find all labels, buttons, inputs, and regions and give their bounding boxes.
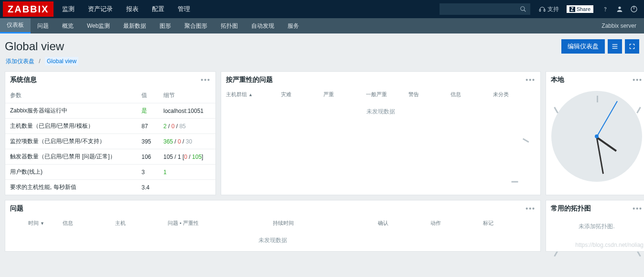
widget-menu-icon[interactable]: ••• bbox=[201, 76, 211, 84]
widget-menu-icon[interactable]: ••• bbox=[633, 76, 643, 84]
clock-center bbox=[595, 134, 599, 138]
page-title: Global view bbox=[5, 40, 64, 53]
detail-cell: 365 / 0 / 30 bbox=[159, 134, 215, 149]
value-cell: 395 bbox=[137, 134, 159, 149]
crumb-current[interactable]: Global view bbox=[45, 57, 78, 66]
table-row: 触发器数量（已启用/已禁用 [问题/正常]）106105 / 1 [0 / 10… bbox=[5, 149, 215, 165]
topnav-item[interactable]: 监测 bbox=[55, 0, 81, 18]
share-z-icon: Z bbox=[569, 7, 575, 12]
clock-second-hand bbox=[596, 101, 618, 137]
problems-nodata: 未发现数据 bbox=[5, 230, 540, 251]
problems-col[interactable]: 确认 bbox=[378, 220, 430, 227]
problems-col[interactable]: 主机 bbox=[115, 220, 168, 227]
svg-point-4 bbox=[605, 11, 606, 11]
widget-title: 问题 bbox=[10, 204, 23, 213]
problems-col[interactable]: 标记 bbox=[483, 220, 536, 227]
table-header[interactable]: 细节 bbox=[159, 88, 215, 103]
subnav-item[interactable]: 聚合图形 bbox=[178, 18, 214, 33]
subnav-item[interactable]: 服务 bbox=[281, 18, 306, 33]
topnav-item[interactable]: 配置 bbox=[145, 0, 171, 18]
analog-clock bbox=[551, 91, 642, 182]
table-header[interactable]: 参数 bbox=[5, 88, 137, 103]
severity-col[interactable]: 灾难 bbox=[281, 91, 323, 98]
value-cell: 87 bbox=[137, 119, 159, 134]
maps-empty-message: 未添加拓扑图. bbox=[546, 217, 644, 236]
problems-columns: 时间 ▼信息主机问题 • 严重性持续时间确认动作标记 bbox=[5, 217, 540, 230]
subnav-item[interactable]: 最新数据 bbox=[117, 18, 153, 33]
table-row: 要求的主机性能, 每秒新值3.4 bbox=[5, 180, 215, 195]
watermark-text: https://blog.csdn.net/noliag bbox=[575, 242, 644, 248]
dashboard-menu-icon[interactable] bbox=[608, 39, 622, 54]
problems-col[interactable]: 问题 • 严重性 bbox=[168, 220, 220, 227]
detail-cell: 2 / 0 / 85 bbox=[159, 119, 215, 134]
problems-col[interactable]: 持续时间 bbox=[273, 220, 325, 227]
problems-col[interactable] bbox=[220, 220, 273, 227]
share-button[interactable]: Z Share bbox=[567, 5, 593, 13]
severity-col[interactable]: 信息 bbox=[451, 91, 493, 98]
detail-cell: 105 / 1 [0 / 105] bbox=[159, 149, 215, 165]
severity-col[interactable]: 未分类 bbox=[493, 91, 536, 98]
detail-cell: localhost:10051 bbox=[159, 103, 215, 119]
widget-title: 按严重性的问题 bbox=[226, 76, 273, 84]
widget-title: 系统信息 bbox=[10, 76, 37, 84]
page-header: Global view 编辑仪表盘 bbox=[0, 33, 644, 57]
widget-system-info: 系统信息 ••• 参数值细节 Zabbix服务器端运行中是localhost:1… bbox=[5, 71, 216, 195]
problems-col[interactable]: 时间 ▼ bbox=[10, 220, 63, 227]
severity-col[interactable]: 严重 bbox=[323, 91, 366, 98]
topnav-item[interactable]: 报表 bbox=[119, 0, 145, 18]
sub-nav: 仪表板问题概览Web监测最新数据图形聚合图形拓扑图自动发现服务 Zabbix s… bbox=[0, 18, 644, 33]
crumb-add-dashboard[interactable]: 添加仪表盘 bbox=[6, 58, 34, 65]
subnav-item[interactable]: 问题 bbox=[31, 18, 55, 33]
detail-cell bbox=[159, 180, 215, 195]
param-cell: Zabbix服务器端运行中 bbox=[5, 103, 137, 119]
problems-col[interactable]: 动作 bbox=[430, 220, 483, 227]
search-icon[interactable] bbox=[520, 6, 526, 12]
top-nav: 监测资产记录报表配置管理 bbox=[55, 0, 197, 18]
severity-col[interactable]: 主机群组 ▲ bbox=[226, 91, 281, 98]
param-cell: 要求的主机性能, 每秒新值 bbox=[5, 180, 137, 195]
fullscreen-icon[interactable] bbox=[625, 39, 639, 54]
subnav-item[interactable]: 图形 bbox=[153, 18, 178, 33]
subnav-item[interactable]: 自动发现 bbox=[245, 18, 281, 33]
edit-dashboard-button[interactable]: 编辑仪表盘 bbox=[561, 39, 605, 54]
problems-col[interactable] bbox=[325, 220, 378, 227]
crumb-separator: / bbox=[39, 58, 40, 65]
severity-columns: 主机群组 ▲灾难严重一般严重警告信息未分类 bbox=[221, 88, 540, 101]
widget-menu-icon[interactable]: ••• bbox=[526, 76, 536, 84]
subnav-item[interactable]: Web监测 bbox=[80, 18, 117, 33]
user-icon[interactable] bbox=[612, 0, 627, 18]
severity-col[interactable]: 警告 bbox=[408, 91, 451, 98]
widget-menu-icon[interactable]: ••• bbox=[526, 205, 536, 212]
search-box[interactable] bbox=[440, 3, 530, 15]
support-link[interactable]: 支持 bbox=[536, 5, 562, 13]
widget-title: 常用的拓扑图 bbox=[551, 204, 591, 213]
param-cell: 触发器数量（已启用/已禁用 [问题/正常]） bbox=[5, 149, 137, 165]
value-cell: 3 bbox=[137, 165, 159, 180]
widget-maps: 常用的拓扑图 ••• 未添加拓扑图. https://blog.csdn.net… bbox=[546, 200, 644, 252]
subnav-item[interactable]: 仪表板 bbox=[0, 18, 31, 33]
severity-nodata: 未发现数据 bbox=[221, 101, 540, 122]
widget-severity: 按严重性的问题 ••• 主机群组 ▲灾难严重一般严重警告信息未分类 未发现数据 bbox=[221, 71, 541, 195]
table-header[interactable]: 值 bbox=[137, 88, 159, 103]
widget-clock: 本地 ••• bbox=[546, 71, 644, 195]
server-name[interactable]: Zabbix server bbox=[594, 18, 644, 33]
svg-rect-3 bbox=[544, 10, 545, 11]
severity-col[interactable]: 一般严重 bbox=[366, 91, 408, 98]
svg-rect-2 bbox=[539, 10, 540, 11]
subnav-item[interactable]: 拓扑图 bbox=[214, 18, 245, 33]
svg-point-0 bbox=[520, 7, 524, 11]
problems-col[interactable]: 信息 bbox=[63, 220, 115, 227]
value-cell: 106 bbox=[137, 149, 159, 165]
svg-line-1 bbox=[524, 10, 526, 12]
table-row: 用户数(线上)31 bbox=[5, 165, 215, 180]
svg-point-5 bbox=[618, 7, 621, 9]
logout-icon[interactable] bbox=[627, 0, 641, 18]
search-input[interactable] bbox=[443, 6, 520, 12]
widget-menu-icon[interactable]: ••• bbox=[633, 205, 643, 212]
help-icon[interactable] bbox=[598, 0, 612, 18]
topnav-item[interactable]: 管理 bbox=[171, 0, 197, 18]
logo[interactable]: ZABBIX bbox=[3, 1, 54, 17]
topnav-item[interactable]: 资产记录 bbox=[81, 0, 119, 18]
widget-problems: 问题 ••• 时间 ▼信息主机问题 • 严重性持续时间确认动作标记 未发现数据 bbox=[5, 200, 541, 252]
widget-title: 本地 bbox=[551, 76, 564, 84]
